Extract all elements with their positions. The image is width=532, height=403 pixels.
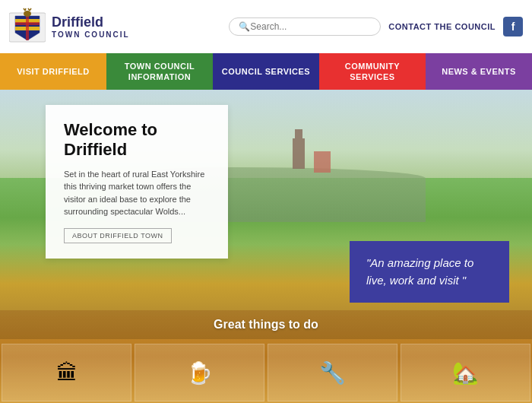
nav-item-community[interactable]: COMMUNITY SERVICES bbox=[319, 53, 426, 90]
contact-link[interactable]: CONTACT THE COUNCIL bbox=[388, 22, 496, 31]
welcome-box: Welcome to Driffield Set in the heart of… bbox=[46, 105, 228, 259]
activity-card-3-icon: 🔧 bbox=[319, 360, 346, 386]
red-building bbox=[314, 151, 331, 173]
nav-item-council[interactable]: COUNCIL SERVICES bbox=[213, 53, 319, 90]
logo-subtitle: TOWN COUNCIL bbox=[52, 30, 130, 39]
crest-icon bbox=[9, 7, 46, 46]
church-tower bbox=[293, 138, 305, 169]
activity-card-4[interactable]: 🏡 bbox=[401, 344, 530, 401]
quote-box: "An amazing place to live, work and visi… bbox=[350, 241, 509, 303]
logo-text: Driffield TOWN COUNCIL bbox=[52, 14, 130, 40]
activity-card-1[interactable]: 🏛 bbox=[2, 344, 131, 401]
activity-card-2[interactable]: 🍺 bbox=[135, 344, 264, 401]
hero-section: Welcome to Driffield Set in the heart of… bbox=[0, 90, 532, 310]
bottom-section: Great things to do 🏛 🍺 🔧 🏡 bbox=[0, 310, 532, 403]
nav-item-visit[interactable]: VISIT DRIFFIELD bbox=[0, 53, 106, 90]
svg-rect-3 bbox=[26, 16, 29, 40]
logo-name: Driffield bbox=[52, 14, 130, 31]
facebook-icon[interactable]: f bbox=[503, 17, 523, 36]
nav-item-town[interactable]: TOWN COUNCIL INFORMATION bbox=[106, 53, 213, 90]
header-right: 🔍 CONTACT THE COUNCIL f bbox=[229, 17, 523, 36]
svg-line-7 bbox=[25, 8, 26, 11]
svg-rect-4 bbox=[15, 22, 40, 25]
activity-card-3[interactable]: 🔧 bbox=[268, 344, 397, 401]
about-driffield-button[interactable]: ABOUT DRIFFIELD TOWN bbox=[64, 228, 172, 243]
main-nav: VISIT DRIFFIELD TOWN COUNCIL INFORMATION… bbox=[0, 53, 532, 90]
great-things-title: Great things to do bbox=[214, 318, 318, 331]
site-header: Driffield TOWN COUNCIL 🔍 CONTACT THE COU… bbox=[0, 0, 532, 53]
svg-line-9 bbox=[30, 8, 31, 11]
search-bar[interactable]: 🔍 bbox=[229, 17, 381, 36]
activity-cards-row: 🏛 🍺 🔧 🏡 bbox=[0, 342, 532, 403]
activity-card-4-icon: 🏡 bbox=[452, 360, 479, 386]
logo-area: Driffield TOWN COUNCIL bbox=[9, 7, 130, 46]
search-icon: 🔍 bbox=[239, 21, 250, 32]
welcome-text: Set in the heart of rural East Yorkshire… bbox=[64, 168, 210, 218]
activity-card-1-icon: 🏛 bbox=[56, 360, 78, 386]
search-input[interactable] bbox=[250, 21, 371, 32]
activity-card-2-icon: 🍺 bbox=[186, 360, 213, 386]
welcome-title: Welcome to Driffield bbox=[64, 120, 210, 160]
quote-text: "An amazing place to live, work and visi… bbox=[366, 256, 473, 287]
svg-point-5 bbox=[24, 11, 31, 17]
nav-item-news[interactable]: NEWS & EVENTS bbox=[426, 53, 532, 90]
great-things-banner: Great things to do bbox=[0, 310, 532, 339]
